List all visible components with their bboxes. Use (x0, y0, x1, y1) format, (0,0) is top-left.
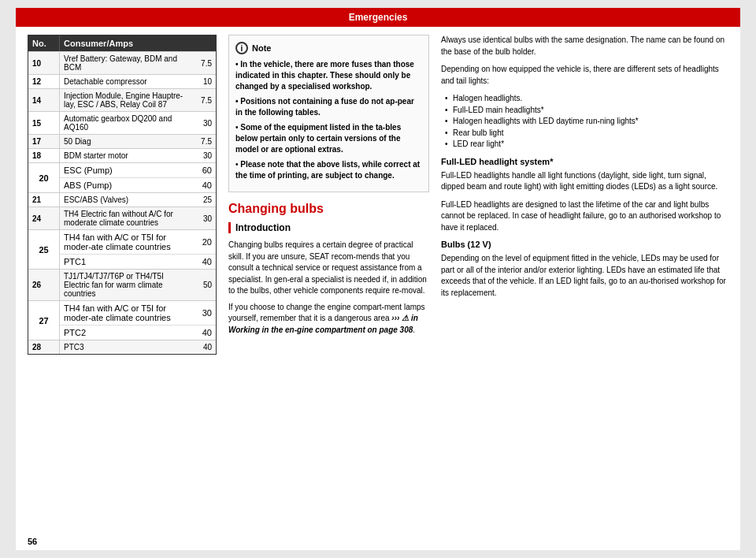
row-amps: 60 (188, 163, 216, 177)
row-no: 10 (28, 52, 60, 74)
row-no: 26 (28, 270, 60, 300)
note-title: Note (252, 43, 271, 53)
table-row: 24 TH4 Electric fan without A/C for mode… (28, 206, 216, 229)
row-amps: 50 (188, 270, 216, 300)
table-row: 21 ESC/ABS (Valves) 25 (28, 192, 216, 206)
table-sub-row: TH4 fan with A/C or T5I for moder-ate cl… (60, 301, 216, 326)
row-consumer: TH4 fan with A/C or T5I for moder-ate cl… (60, 230, 188, 254)
row-consumer: ESC (Pump) (60, 163, 188, 177)
row-consumer: PTC3 (60, 340, 188, 354)
intro-paragraph-2: If you choose to change the engine compa… (228, 302, 429, 337)
right-text-1: Always use identical bulbs with the same… (441, 35, 728, 58)
row-consumer: Injection Module, Engine Hauptre-lay, ES… (60, 89, 188, 111)
row-amps: 30 (188, 301, 216, 325)
row-consumer: Vref Battery: Gateway, BDM and BCM (60, 52, 188, 74)
row-amps: 10 (188, 75, 216, 88)
row-no: 20 (28, 163, 60, 192)
row-amps: 30 (188, 149, 216, 162)
table-row-group: 20 ESC (Pump) 60 ABS (Pump) 40 (28, 162, 216, 192)
left-column: No. Consumer/Amps 10 Vref Battery: Gatew… (28, 35, 217, 538)
page: Emergencies No. Consumer/Amps 10 Vref Ba… (16, 8, 740, 550)
right-text-2: Depending on how equipped the vehicle is… (441, 64, 728, 87)
note-point-4: • Please note that the above lists, whil… (235, 159, 422, 181)
table-row: 18 BDM starter motor 30 (28, 148, 216, 162)
list-item: Rear bulb light (445, 128, 728, 140)
note-header: i Note (235, 42, 422, 54)
row-consumer: TH4 fan with A/C or T5I for moder-ate cl… (60, 301, 188, 325)
table-header: No. Consumer/Amps (28, 35, 216, 51)
note-point-2: • Positions not containing a fuse do not… (235, 96, 422, 118)
page-header: Emergencies (16, 8, 740, 27)
row-consumer: BDM starter motor (60, 149, 188, 162)
table-sub-row: ESC (Pump) 60 (60, 163, 216, 178)
intro-paragraph-1: Changing bulbs requires a certain degree… (228, 240, 429, 297)
row-amps: 7.5 (188, 52, 216, 74)
fuse-table: No. Consumer/Amps 10 Vref Battery: Gatew… (28, 35, 217, 355)
table-row: 15 Automatic gearbox DQ200 and AQ160 30 (28, 111, 216, 134)
row-group-content: ESC (Pump) 60 ABS (Pump) 40 (60, 163, 216, 192)
section-title: Changing bulbs (228, 202, 429, 216)
table-row: 17 50 Diag 7.5 (28, 134, 216, 148)
list-item: LED rear light* (445, 139, 728, 151)
row-no: 24 (28, 207, 60, 229)
bulbs-text: Depending on the level of equipment fitt… (441, 253, 728, 299)
col-header-consumer: Consumer/Amps (60, 35, 216, 51)
row-no: 27 (28, 301, 60, 340)
row-consumer: 50 Diag (60, 135, 188, 148)
table-row-group: 25 TH4 fan with A/C or T5I for moder-ate… (28, 229, 216, 269)
row-consumer: Detachable compressor (60, 75, 188, 88)
table-row: 12 Detachable compressor 10 (28, 74, 216, 88)
full-led-title: Full-LED headlight system* (441, 157, 728, 166)
row-no: 12 (28, 75, 60, 88)
table-sub-row: PTC1 40 (60, 255, 216, 269)
table-row: 26 TJ1/TJ4/TJ7/T6P or TH4/T5I Electric f… (28, 269, 216, 300)
list-item: Halogen headlights. (445, 93, 728, 105)
table-sub-row: TH4 fan with A/C or T5I for moder-ate cl… (60, 230, 216, 255)
row-no: 25 (28, 230, 60, 269)
col-header-no: No. (28, 35, 60, 51)
row-no: 14 (28, 89, 60, 111)
full-led-text-2: Full-LED headlights are designed to last… (441, 199, 728, 234)
page-number: 56 (28, 537, 37, 546)
note-box: i Note • In the vehicle, there are more … (228, 35, 429, 192)
list-item: Full-LED main headlights* (445, 105, 728, 117)
full-led-text-1: Full-LED headlights handle all light fun… (441, 170, 728, 193)
row-group-content: TH4 fan with A/C or T5I for moder-ate cl… (60, 230, 216, 269)
info-icon: i (235, 42, 248, 54)
row-consumer: TJ1/TJ4/TJ7/T6P or TH4/T5I Electric fan … (60, 270, 188, 300)
list-item: Halogen headlights with LED daytime run-… (445, 116, 728, 128)
row-amps: 40 (188, 178, 216, 192)
intro-period: . (413, 326, 415, 334)
headlight-types-list: Halogen headlights. Full-LED main headli… (441, 93, 728, 151)
row-no: 17 (28, 135, 60, 148)
row-amps: 7.5 (188, 89, 216, 111)
row-amps: 25 (188, 193, 216, 206)
table-row: 28 PTC3 40 (28, 340, 216, 354)
row-amps: 40 (188, 255, 216, 269)
note-point-1: • In the vehicle, there are more fuses t… (235, 59, 422, 92)
row-amps: 30 (188, 207, 216, 229)
row-consumer: ABS (Pump) (60, 178, 188, 192)
row-no: 28 (28, 340, 60, 354)
row-no: 21 (28, 193, 60, 206)
row-group-content: TH4 fan with A/C or T5I for moder-ate cl… (60, 301, 216, 340)
row-no: 18 (28, 149, 60, 162)
bulbs-title: Bulbs (12 V) (441, 240, 728, 249)
row-amps: 20 (188, 230, 216, 254)
right-column: Always use identical bulbs with the same… (441, 35, 728, 538)
row-amps: 40 (188, 340, 216, 354)
table-row-group: 27 TH4 fan with A/C or T5I for moder-ate… (28, 300, 216, 340)
row-amps: 7.5 (188, 135, 216, 148)
subsection-title: Introduction (228, 222, 429, 233)
table-row: 10 Vref Battery: Gateway, BDM and BCM 7.… (28, 51, 216, 74)
table-row: 14 Injection Module, Engine Hauptre-lay,… (28, 88, 216, 111)
row-consumer: Automatic gearbox DQ200 and AQ160 (60, 112, 188, 134)
row-no: 15 (28, 112, 60, 134)
row-consumer: PTC2 (60, 326, 188, 340)
row-consumer: PTC1 (60, 255, 188, 269)
middle-column: i Note • In the vehicle, there are more … (228, 35, 429, 538)
row-consumer: ESC/ABS (Valves) (60, 193, 188, 206)
row-amps: 40 (188, 326, 216, 340)
note-point-3: • Some of the equipment listed in the ta… (235, 122, 422, 155)
header-title: Emergencies (349, 12, 408, 23)
